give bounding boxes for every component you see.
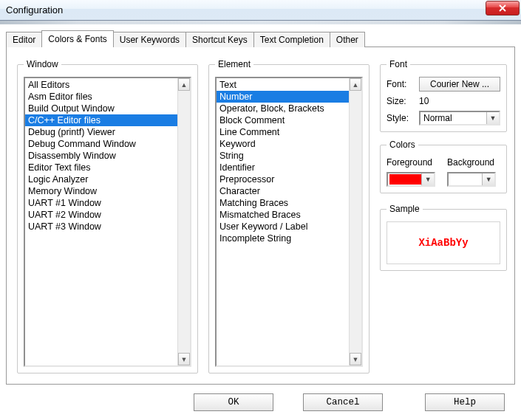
list-item[interactable]: UART #1 Window [25, 197, 177, 209]
list-item[interactable]: C/C++ Editor files [25, 114, 177, 126]
close-icon [499, 4, 506, 12]
background-label: Background [447, 157, 500, 168]
list-item[interactable]: Incomplete String [217, 233, 349, 244]
chevron-down-icon[interactable]: ▼ [486, 112, 499, 124]
group-element-legend: Element [215, 59, 253, 69]
list-item[interactable]: Disassembly Window [25, 150, 177, 162]
list-item[interactable]: All Editors [25, 79, 177, 91]
list-item[interactable]: Operator, Block, Brackets [217, 103, 349, 114]
window-title: Configuration [0, 4, 63, 16]
sample-text: XiAaBbYy [418, 237, 468, 249]
column-right: Font Font: Courier New ... Size: 10 Styl… [380, 59, 507, 373]
group-element: Element TextNumberOperator, Block, Brack… [208, 59, 370, 373]
list-item[interactable]: Asm Editor files [25, 91, 177, 103]
size-value: 10 [419, 96, 500, 106]
list-item[interactable]: Identifier [217, 162, 349, 173]
group-sample-legend: Sample [387, 204, 423, 214]
foreground-label: Foreground [387, 157, 440, 168]
tab-editor[interactable]: Editor [6, 32, 42, 47]
scroll-down-icon[interactable]: ▼ [350, 353, 361, 365]
chevron-down-icon[interactable]: ▼ [482, 173, 494, 185]
list-item[interactable]: Debug (printf) Viewer [25, 126, 177, 138]
group-font-legend: Font [387, 59, 410, 69]
window-list-scrollbar[interactable]: ▲ ▼ [177, 78, 190, 365]
list-item[interactable]: User Keyword / Label [217, 221, 349, 233]
scroll-down-icon[interactable]: ▼ [178, 353, 190, 365]
tab-page-colors-fonts: Window All EditorsAsm Editor filesBuild … [6, 47, 515, 385]
element-list-scrollbar[interactable]: ▲ ▼ [349, 78, 361, 365]
chevron-down-icon[interactable]: ▼ [421, 173, 434, 185]
close-button[interactable] [486, 1, 520, 16]
list-item[interactable]: Line Comment [217, 126, 349, 138]
window-listbox[interactable]: All EditorsAsm Editor filesBuild Output … [24, 77, 191, 367]
foreground-color-picker[interactable]: ▼ [387, 172, 435, 187]
list-item[interactable]: UART #2 Window [25, 209, 177, 221]
list-item[interactable]: Character [217, 185, 349, 197]
list-item[interactable]: Preprocessor [217, 173, 349, 185]
group-window-legend: Window [24, 59, 61, 69]
list-item[interactable]: UART #3 Window [25, 221, 177, 233]
list-item[interactable]: Logic Analyzer [25, 173, 177, 185]
content-row: Window All EditorsAsm Editor filesBuild … [17, 59, 504, 373]
button-bar: OK Cancel Help [6, 385, 515, 420]
list-item[interactable]: Text [217, 79, 349, 91]
list-item[interactable]: String [217, 150, 349, 162]
style-label: Style: [387, 113, 415, 123]
group-colors: Colors Foreground Background ▼ ▼ [380, 140, 507, 193]
element-listbox[interactable]: TextNumberOperator, Block, BracketsBlock… [215, 77, 363, 367]
tab-user-keywords[interactable]: User Keywords [113, 32, 186, 47]
scroll-track[interactable] [178, 91, 190, 353]
cancel-button[interactable]: Cancel [303, 393, 383, 411]
tab-colors-fonts[interactable]: Colors & Fonts [41, 30, 113, 47]
foreground-swatch [389, 174, 421, 185]
tab-shortcut-keys[interactable]: Shortcut Keys [185, 32, 254, 47]
scroll-track[interactable] [350, 91, 361, 353]
help-button[interactable]: Help [425, 393, 505, 411]
tab-text-completion[interactable]: Text Completion [253, 32, 330, 47]
font-name-button[interactable]: Courier New ... [419, 77, 500, 92]
background-color-picker[interactable]: ▼ [447, 172, 496, 187]
list-item[interactable]: Block Comment [217, 114, 349, 126]
style-combo[interactable]: Normal ▼ [419, 111, 500, 125]
group-window: Window All EditorsAsm Editor filesBuild … [17, 59, 198, 373]
tab-other[interactable]: Other [330, 32, 365, 47]
column-window: Window All EditorsAsm Editor filesBuild … [17, 59, 198, 373]
client-area: EditorColors & FontsUser KeywordsShortcu… [0, 24, 521, 420]
list-item[interactable]: Build Output Window [25, 103, 177, 114]
scroll-up-icon[interactable]: ▲ [350, 78, 361, 91]
title-bar: Configuration [0, 0, 521, 21]
list-item[interactable]: Editor Text files [25, 162, 177, 173]
list-item[interactable]: Matching Braces [217, 197, 349, 209]
ok-button[interactable]: OK [194, 393, 273, 411]
list-item[interactable]: Debug Command Window [25, 138, 177, 150]
list-item[interactable]: Memory Window [25, 185, 177, 197]
font-label: Font: [387, 79, 415, 89]
group-font: Font Font: Courier New ... Size: 10 Styl… [380, 59, 507, 132]
list-item[interactable]: Keyword [217, 138, 349, 150]
style-value: Normal [420, 113, 452, 123]
sample-preview: XiAaBbYy [387, 221, 500, 264]
group-sample: Sample XiAaBbYy [380, 204, 507, 271]
group-colors-legend: Colors [387, 140, 418, 150]
column-element: Element TextNumberOperator, Block, Brack… [208, 59, 370, 373]
size-label: Size: [387, 96, 415, 106]
background-swatch [450, 174, 482, 185]
list-item[interactable]: Mismatched Braces [217, 209, 349, 221]
scroll-up-icon[interactable]: ▲ [178, 78, 190, 91]
list-item[interactable]: Number [217, 91, 349, 103]
tab-strip: EditorColors & FontsUser KeywordsShortcu… [6, 30, 515, 47]
